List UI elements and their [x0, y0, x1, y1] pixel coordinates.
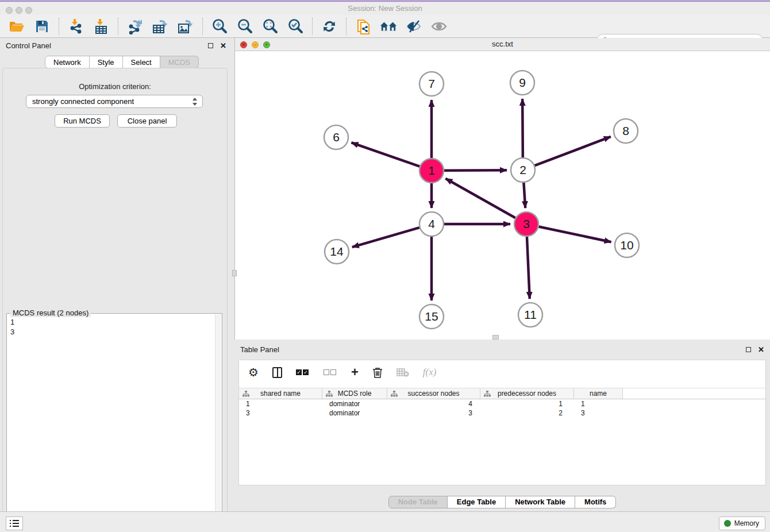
edge-2-9[interactable] [522, 99, 523, 157]
tab-edge-table[interactable]: Edge Table [448, 496, 506, 508]
cell-predecessor-nodes[interactable]: 1 [480, 399, 574, 408]
edge-2-8[interactable] [535, 137, 611, 165]
node-label-10: 10 [620, 238, 633, 252]
splitter-handle[interactable] [232, 270, 237, 276]
refresh-layout-icon[interactable] [321, 18, 338, 35]
delete-column-icon[interactable] [372, 367, 383, 378]
cell-successor-nodes[interactable]: 4 [387, 399, 480, 408]
tree-column-icon [326, 391, 333, 397]
zoom-in-icon[interactable] [211, 18, 228, 35]
column-header-MCDS-role[interactable]: MCDS role [322, 388, 387, 399]
task-history-button[interactable] [6, 516, 23, 530]
splitter-handle[interactable] [492, 335, 499, 340]
optimization-criterion-label: Optimization criterion: [3, 82, 227, 91]
import-table-icon[interactable] [93, 18, 110, 35]
cell-shared-name[interactable]: 3 [239, 408, 322, 418]
save-session-icon[interactable] [33, 18, 51, 35]
tab-network[interactable]: Network [45, 56, 90, 68]
memory-button[interactable]: Memory [719, 516, 765, 530]
edge-3-11[interactable] [527, 237, 530, 299]
tab-select[interactable]: Select [123, 56, 160, 68]
network-window-titlebar[interactable]: ✕ − + scc.txt [235, 38, 770, 51]
close-panel-icon[interactable]: ✕ [220, 42, 226, 49]
import-network-icon[interactable] [67, 18, 84, 35]
unchecked-box-icon [324, 369, 329, 375]
close-panel-button[interactable]: Close panel [117, 114, 177, 128]
select-all-icon[interactable]: ✓ ✓ [296, 369, 310, 375]
column-header-label: shared name [260, 390, 301, 398]
tab-network-table[interactable]: Network Table [506, 496, 575, 508]
edge-2-3[interactable] [523, 183, 525, 208]
cell-MCDS-role[interactable]: dominator [322, 399, 387, 408]
cell-MCDS-role[interactable]: dominator [322, 408, 387, 418]
edge-3-1[interactable] [445, 179, 515, 218]
column-header-shared-name[interactable]: shared name [239, 388, 322, 399]
function-builder-icon: f(x) [423, 367, 437, 378]
edge-1-2[interactable] [444, 170, 507, 171]
minimize-network-icon[interactable]: − [252, 41, 259, 48]
open-file-icon[interactable] [8, 18, 25, 35]
zoom-fit-icon[interactable] [261, 18, 279, 35]
tab-motifs[interactable]: Motifs [575, 496, 616, 508]
session-title: Session: New Session [0, 2, 770, 15]
close-window-icon[interactable] [6, 7, 13, 14]
table-panel: Table Panel ✕ ⚙ ✓ ✓ + [234, 342, 770, 511]
tab-style[interactable]: Style [90, 56, 123, 68]
export-image-icon[interactable] [177, 18, 194, 35]
column-header-successor-nodes[interactable]: successor nodes [387, 388, 480, 399]
main-toolbar [0, 15, 770, 38]
hide-details-icon[interactable] [405, 18, 422, 35]
maximize-network-icon[interactable]: + [263, 41, 270, 48]
node-label-2: 2 [519, 163, 526, 176]
edge-3-10[interactable] [539, 227, 611, 242]
tab-node-table[interactable]: Node Table [388, 496, 448, 508]
cell-shared-name[interactable]: 1 [239, 399, 322, 408]
edge-4-14[interactable] [352, 228, 419, 247]
eye-icon[interactable] [430, 18, 448, 35]
cell-name[interactable]: 3 [574, 408, 623, 418]
zoom-window-icon[interactable] [25, 7, 32, 14]
node-label-14: 14 [330, 245, 344, 258]
network-view-window: ✕ − + scc.txt 7968124314101511 [234, 38, 770, 340]
checked-box-icon: ✓ [303, 369, 309, 375]
deselect-all-icon[interactable] [324, 369, 337, 375]
memory-label: Memory [734, 519, 759, 527]
close-table-panel-icon[interactable]: ✕ [758, 346, 764, 353]
float-panel-icon[interactable] [208, 43, 213, 48]
cell-successor-nodes[interactable]: 3 [387, 408, 480, 418]
duplicate-network-icon[interactable] [355, 18, 372, 35]
node-label-1: 1 [428, 164, 435, 177]
home-icon[interactable] [380, 18, 397, 35]
window-titlebar[interactable]: Session: New Session [0, 2, 770, 15]
float-table-panel-icon[interactable] [746, 347, 751, 352]
column-visibility-icon[interactable] [272, 367, 282, 378]
export-network-icon[interactable] [126, 18, 144, 35]
network-graph[interactable]: 7968124314101511 [235, 51, 770, 340]
add-column-icon[interactable]: + [351, 365, 359, 380]
node-label-6: 6 [333, 130, 340, 144]
zoom-out-icon[interactable] [236, 18, 253, 35]
network-canvas[interactable]: 7968124314101511 [235, 51, 770, 340]
export-table-icon[interactable] [152, 18, 169, 35]
column-header-name[interactable]: name [574, 388, 623, 399]
edge-1-6[interactable] [351, 142, 419, 167]
table-settings-icon[interactable]: ⚙ [248, 365, 259, 379]
close-network-icon[interactable]: ✕ [240, 41, 247, 48]
optimization-criterion-select[interactable]: strongly connected component [26, 95, 203, 108]
tree-column-icon [391, 391, 398, 397]
table-rows: 1dominator4113dominator323 [239, 399, 765, 418]
table-row[interactable]: 3dominator323 [239, 408, 765, 418]
minimize-window-icon[interactable] [16, 7, 22, 14]
run-mcds-button[interactable]: Run MCDS [55, 114, 110, 128]
node-label-4: 4 [428, 217, 435, 230]
tab-mcds[interactable]: MCDS [160, 56, 199, 68]
result-scrollbar[interactable] [215, 314, 221, 531]
node-label-9: 9 [519, 76, 526, 89]
task-list-icon [10, 519, 19, 527]
column-header-predecessor-nodes[interactable]: predecessor nodes [480, 388, 574, 399]
cell-predecessor-nodes[interactable]: 2 [480, 408, 574, 418]
zoom-selected-icon[interactable] [287, 18, 304, 35]
cell-name[interactable]: 1 [574, 399, 623, 408]
tree-column-icon [484, 391, 491, 397]
table-row[interactable]: 1dominator411 [239, 399, 765, 408]
